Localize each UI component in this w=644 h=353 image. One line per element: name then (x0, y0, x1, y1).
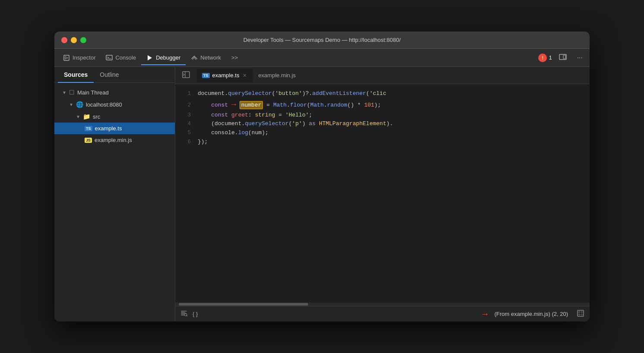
responsive-design-button[interactable] (556, 51, 570, 64)
tab-debugger[interactable]: Debugger (141, 51, 186, 65)
more-tools-icon: ··· (577, 54, 583, 61)
line-number-1: 1 (179, 90, 191, 98)
svg-marker-3 (148, 55, 152, 60)
sidebar-sources-label: Sources (64, 71, 88, 78)
code-content-4: (document.querySelector('p') as HTMLPara… (198, 120, 586, 129)
sidebar-tab-sources[interactable]: Sources (58, 67, 94, 82)
tree-file-example-ts[interactable]: TS example.ts (54, 123, 175, 134)
tab-more-label: >> (231, 54, 238, 61)
localhost-label: localhost:8080 (86, 101, 122, 108)
svg-rect-5 (563, 55, 565, 59)
tree-file-example-min-js[interactable]: JS example.min.js (54, 134, 175, 146)
highlighted-var: number (240, 101, 263, 109)
tab-inspector[interactable]: Inspector (58, 51, 101, 65)
maximize-button[interactable] (80, 37, 86, 43)
tab-more-button[interactable]: >> (226, 51, 243, 64)
tab-inspector-label: Inspector (73, 54, 95, 61)
js-badge: JS (85, 138, 92, 143)
more-tools-button[interactable]: ··· (574, 52, 586, 63)
code-line-6: 6 }); (175, 138, 590, 147)
console-icon (106, 54, 113, 61)
code-content-3: const greet: string = 'Hello'; (198, 111, 586, 120)
inspector-icon (63, 54, 70, 61)
editor-area: TS example.ts ✕ example.min.js 1 documen… (175, 67, 590, 321)
code-line-3: 3 const greet: string = 'Hello'; (175, 111, 590, 120)
devtools-window: Developer Tools — Sourcemaps Demo — http… (54, 32, 590, 321)
sidebar: Sources Outline ▼ ☐ Main Thread ▼ (54, 67, 175, 321)
code-content-1: document.querySelector('button')?.addEve… (198, 89, 586, 98)
error-count: 1 (549, 54, 552, 61)
sidebar-tabs: Sources Outline (54, 67, 175, 83)
line-number-2: 2 (179, 101, 191, 110)
svg-rect-9 (578, 310, 584, 316)
close-tab-button[interactable]: ✕ (242, 72, 248, 79)
window-title: Developer Tools — Sourcemaps Demo — http… (243, 37, 401, 43)
editor-bottom-bar: { } → (From example.min.js) (2, 20) (175, 306, 590, 321)
close-button[interactable] (61, 37, 67, 43)
tab-bar-right: ! 1 ··· (538, 51, 586, 64)
tab-network[interactable]: Network (186, 51, 226, 65)
svg-rect-6 (183, 72, 189, 78)
tab-network-label: Network (200, 54, 221, 61)
localhost-chevron: ▼ (69, 102, 73, 107)
code-scrollbar[interactable] (175, 303, 590, 306)
arrow-line2: → (231, 98, 236, 111)
editor-tab-example-min-js[interactable]: example.min.js (253, 69, 301, 82)
svg-rect-1 (106, 55, 112, 60)
code-editor[interactable]: 1 document.querySelector('button')?.addE… (175, 84, 590, 303)
scrollbar-thumb[interactable] (179, 303, 308, 306)
line-number-4: 4 (179, 120, 191, 128)
tree-src-folder[interactable]: ▼ 📁 src (54, 110, 175, 123)
tree-localhost[interactable]: ▼ 🌐 localhost:8080 (54, 98, 175, 110)
title-bar: Developer Tools — Sourcemaps Demo — http… (54, 32, 590, 49)
source-map-info: (From example.min.js) (2, 20) (495, 311, 568, 317)
tab-console[interactable]: Console (101, 51, 141, 65)
src-chevron: ▼ (76, 114, 80, 119)
file-tree: ▼ ☐ Main Thread ▼ 🌐 localhost:8080 ▼ 📁 s (54, 83, 175, 321)
code-line-5: 5 console.log(num); (175, 129, 590, 138)
editor-tab-example-ts[interactable]: TS example.ts ✕ (197, 69, 253, 82)
line-number-5: 5 (179, 129, 191, 137)
code-content-5: console.log(num); (198, 129, 586, 138)
debugger-icon (146, 54, 153, 61)
tab-console-label: Console (115, 54, 136, 61)
line-number-6: 6 (179, 138, 191, 146)
example-ts-label: example.ts (95, 125, 122, 132)
code-content-6: }); (198, 138, 586, 147)
braces-button[interactable]: { } (193, 311, 198, 317)
main-thread-folder-icon: ☐ (69, 89, 75, 96)
tab-bar: Inspector Console Debugger (54, 49, 590, 67)
toggle-sidebar-button[interactable] (179, 69, 193, 82)
code-line-4: 4 (document.querySelector('p') as HTMLPa… (175, 120, 590, 129)
main-content: Sources Outline ▼ ☐ Main Thread ▼ (54, 67, 590, 321)
line-number-3: 3 (179, 111, 191, 120)
example-min-js-label: example.min.js (95, 137, 132, 143)
code-line-1: 1 document.querySelector('button')?.addE… (175, 89, 590, 98)
tab-debugger-label: Debugger (156, 54, 180, 61)
code-content-2: const → number = Math.floor(Math.random(… (198, 98, 586, 111)
map-toggle-button[interactable] (577, 309, 584, 318)
sourcemap-arrow-icon: → (481, 309, 489, 319)
svg-rect-0 (64, 55, 69, 60)
error-indicator[interactable]: ! 1 (538, 54, 552, 62)
main-thread-label: Main Thread (77, 89, 109, 96)
editor-tab-minjs-label: example.min.js (258, 72, 296, 79)
minimize-button[interactable] (71, 37, 77, 43)
src-folder-icon: 📁 (83, 113, 90, 120)
globe-icon: 🌐 (76, 101, 83, 108)
src-label: src (93, 113, 100, 120)
ts-badge: TS (85, 126, 92, 131)
error-badge: ! (538, 54, 547, 62)
format-icon[interactable] (180, 310, 187, 318)
traffic-lights (61, 37, 86, 43)
code-line-2: 2 const → number = Math.floor(Math.rando… (175, 98, 590, 111)
editor-tabs: TS example.ts ✕ example.min.js (175, 67, 590, 84)
main-thread-chevron: ▼ (62, 90, 66, 95)
sidebar-outline-label: Outline (100, 71, 119, 78)
sidebar-tab-outline[interactable]: Outline (94, 67, 125, 82)
editor-ts-badge: TS (202, 73, 210, 78)
network-icon (191, 54, 198, 61)
editor-tab-ts-label: example.ts (212, 72, 240, 79)
tree-main-thread[interactable]: ▼ ☐ Main Thread (54, 86, 175, 98)
